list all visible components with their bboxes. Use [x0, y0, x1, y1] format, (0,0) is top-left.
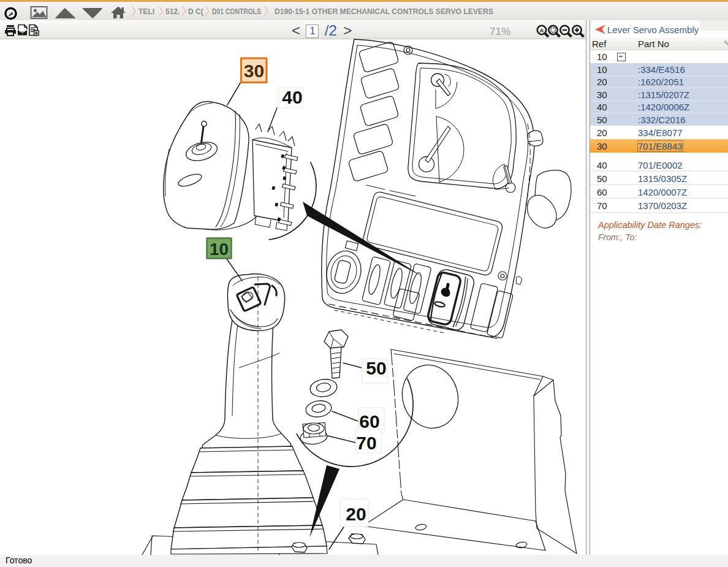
svg-text:70: 70: [356, 433, 376, 453]
svg-text:20: 20: [346, 504, 366, 524]
svg-text:10: 10: [210, 240, 229, 259]
svg-text:40: 40: [282, 87, 302, 107]
svg-text:60: 60: [359, 411, 379, 432]
svg-text:30: 30: [244, 61, 264, 81]
svg-text:50: 50: [366, 358, 386, 378]
